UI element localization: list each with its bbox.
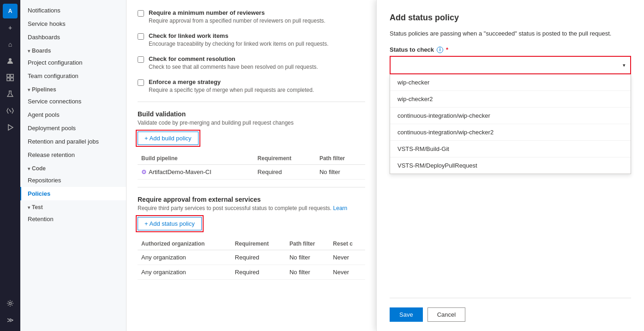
dropdown-option-0[interactable]: wip-checker [390,74,631,91]
info-icon[interactable]: i [437,47,443,53]
required-star: * [446,46,448,53]
dropdown-option-1[interactable]: wip-checker2 [390,91,631,108]
table-row: ⚙ArtifactDemo-Maven-CI Required No filte… [138,165,365,180]
divider-1 [138,102,365,102]
svg-point-0 [9,58,12,61]
policy-comment-resolution: Check for comment resolution Check to se… [138,55,365,70]
path-cell: No filter [286,265,329,280]
right-panel: Add status policy Status policies are pa… [376,0,644,331]
reset-cell: Never [329,250,365,265]
linked-work-items-checkbox[interactable] [138,33,144,40]
svg-rect-2 [11,74,13,77]
person-icon[interactable] [3,54,18,68]
main-content: Require a minimum number of reviewers Re… [126,0,376,331]
external-services-table: Authorized organization Requirement Path… [138,238,365,280]
expand-icon[interactable]: ≫ [3,313,18,327]
requirement-cell: Required [254,165,316,180]
status-check-label: Status to check i * [390,46,631,53]
reset-cell: Never [329,265,365,280]
table-header-path: Path filter [286,238,329,250]
sidebar-section-test[interactable]: ▾ Test [20,200,126,212]
sidebar-item-deployment-pools[interactable]: Deployment pools [20,121,126,135]
divider-2 [138,187,365,187]
dropdown-option-4[interactable]: VSTS-RM/Build-Git [390,141,631,157]
save-button[interactable]: Save [390,307,423,322]
dropdown-option-5[interactable]: VSTS-RM/DeployPullRequest [390,157,631,174]
svg-line-6 [9,109,11,112]
sidebar-item-repositories[interactable]: Repositories [20,174,126,187]
merge-strategy-desc: Require a specific type of merge when pu… [149,87,314,93]
pipeline-icon: ⚙ [141,169,147,175]
build-validation-table: Build pipeline Requirement Path filter ⚙… [138,152,365,180]
linked-work-items-desc: Encourage traceability by checking for l… [149,41,329,47]
req-cell: Required [231,250,286,265]
build-validation-header: Build validation [138,110,365,118]
panel-title: Add status policy [390,13,631,23]
dropdown-options: wip-checker wip-checker2 continuous-inte… [390,74,631,174]
min-reviewers-checkbox[interactable] [138,10,144,17]
sidebar-section-pipelines[interactable]: ▾ Pipelines [20,83,126,95]
sidebar-section-boards[interactable]: ▾ Boards [20,44,126,56]
build-icon[interactable] [3,120,18,135]
add-build-policy-button[interactable]: + Add build policy [138,132,199,145]
pipelines-chevron-icon: ▾ [28,87,30,92]
code-chevron-icon: ▾ [28,166,30,171]
table-header-reset: Reset c [329,238,365,250]
linked-work-items-title: Check for linked work items [149,32,329,39]
sidebar-item-release-retention[interactable]: Release retention [20,148,126,162]
status-input[interactable] [391,57,618,73]
min-reviewers-desc: Require approval from a specified number… [149,18,325,24]
boards-chevron-icon: ▾ [28,48,30,54]
learn-link[interactable]: Learn [333,205,348,211]
req-cell: Required [231,265,286,280]
repo-icon[interactable] [3,103,18,118]
policy-merge-strategy: Enforce a merge strategy Require a speci… [138,78,365,93]
build-validation-desc: Validate code by pre-merging and buildin… [138,120,365,126]
add-status-policy-button[interactable]: + Add status policy [138,217,202,230]
table-header-pipeline: Build pipeline [138,152,254,165]
table-header-requirement: Requirement [254,152,316,165]
table-row: Any organization Required No filter Neve… [138,265,365,280]
home-icon[interactable]: ⌂ [3,37,18,52]
pipeline-cell: ⚙ArtifactDemo-Maven-CI [138,165,254,180]
panel-desc: Status policies are passing when a "succ… [390,30,631,37]
org-cell: Any organization [138,265,231,280]
min-reviewers-title: Require a minimum number of reviewers [149,9,325,16]
cancel-button[interactable]: Cancel [427,307,465,322]
comment-resolution-title: Check for comment resolution [149,55,318,62]
sidebar-item-service-connections[interactable]: Service connections [20,95,126,108]
external-services-header: Require approval from external services [138,196,365,203]
sidebar-item-team-config[interactable]: Team configuration [20,69,126,83]
sidebar-item-retention-parallel[interactable]: Retention and parallel jobs [20,135,126,148]
table-header-path-filter: Path filter [316,152,365,165]
settings-icon[interactable] [3,296,18,311]
svg-point-8 [9,302,12,305]
test-chevron-icon: ▾ [28,205,30,210]
sidebar-section-code[interactable]: ▾ Code [20,162,126,174]
svg-rect-4 [11,78,13,81]
comment-resolution-checkbox[interactable] [138,56,144,63]
icon-bar: A + ⌂ ≫ [0,0,20,331]
sidebar: Notifications Service hooks Dashboards ▾… [20,0,126,331]
external-services-desc: Require third party services to post suc… [138,205,365,211]
dropdown-option-3[interactable]: continuous-integration/wip-checker2 [390,124,631,141]
merge-strategy-checkbox[interactable] [138,79,144,86]
plus-icon[interactable]: + [3,20,18,35]
sidebar-item-policies[interactable]: Policies [20,187,126,200]
sidebar-item-notifications[interactable]: Notifications [20,4,126,17]
panel-footer: Save Cancel [390,298,631,322]
table-header-org: Authorized organization [138,238,231,250]
avatar[interactable]: A [3,4,18,18]
sidebar-item-project-config[interactable]: Project configuration [20,56,126,69]
dropdown-option-2[interactable]: continuous-integration/wip-checker [390,108,631,124]
sidebar-item-agent-pools[interactable]: Agent pools [20,108,126,121]
board-icon[interactable] [3,70,18,85]
table-row: Any organization Required No filter Neve… [138,250,365,265]
sidebar-item-dashboards[interactable]: Dashboards [20,30,126,44]
sidebar-item-service-hooks[interactable]: Service hooks [20,17,126,30]
flask-icon[interactable] [3,87,18,102]
sidebar-item-retention[interactable]: Retention [20,212,126,226]
dropdown-arrow-icon[interactable]: ▾ [618,62,630,68]
merge-strategy-title: Enforce a merge strategy [149,78,314,85]
path-cell: No filter [286,250,329,265]
